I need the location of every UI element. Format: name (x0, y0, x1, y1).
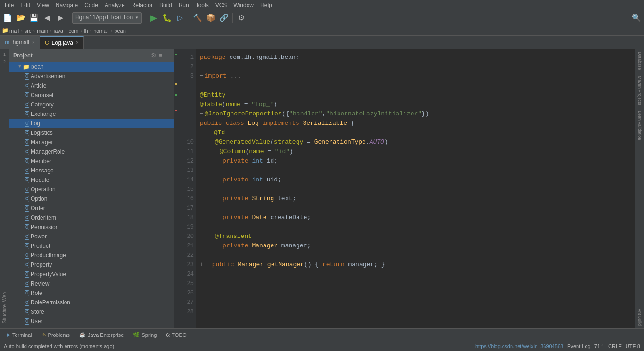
open-button[interactable]: 📂 (15, 12, 26, 24)
tree-module[interactable]: C Module (9, 175, 174, 185)
coverage-button[interactable]: ▷ (174, 12, 186, 24)
build-button[interactable]: 🔨 (192, 12, 203, 24)
maven-panel-label[interactable]: Maven Projects (636, 75, 643, 106)
sidebar-item-favorites[interactable]: 2 (2, 58, 7, 65)
menu-help[interactable]: Help (257, 1, 275, 9)
breadcrumb-lh[interactable]: lh (84, 28, 88, 33)
code-line-27 (200, 251, 631, 260)
tab-logjava-close[interactable]: × (76, 40, 79, 45)
breadcrumb-hgmall[interactable]: hgmall (93, 28, 108, 33)
database-panel-label[interactable]: Database (636, 51, 643, 71)
tree-bean-folder[interactable]: ▼ 📁 bean (9, 62, 174, 72)
menu-run[interactable]: Run (176, 1, 192, 9)
tab-todo[interactable]: 6: TODO (161, 331, 191, 339)
menu-file[interactable]: File (2, 1, 17, 9)
tab-java-enterprise[interactable]: ☕ Java Enterprise (74, 331, 128, 339)
main-content: 1 2 Web Structure Project ⚙ ≡ — ▼ 📁 bean (0, 49, 644, 328)
menu-code[interactable]: Code (82, 1, 101, 9)
debug-button[interactable]: 🐛 (161, 12, 173, 24)
sdk-button[interactable]: 📦 (205, 12, 216, 24)
gradle-button[interactable]: 🔗 (218, 12, 230, 24)
orderitem-label: OrderItem (31, 214, 56, 221)
new-file-button[interactable]: 📄 (2, 12, 13, 24)
back-button[interactable]: ◀ (41, 12, 53, 24)
tab-hgmall-label: hgmall (13, 39, 29, 46)
menu-navigate[interactable]: Navigate (53, 1, 81, 9)
breadcrumb-mall[interactable]: 📁mall (2, 27, 19, 33)
category-class-icon: C (25, 102, 29, 108)
sidebar-item-web[interactable]: Web (1, 291, 8, 302)
menu-view[interactable]: View (34, 1, 52, 9)
bottom-tabs: ▶ Terminal ⚠ Problems ☕ Java Enterprise … (0, 328, 644, 341)
tree-property[interactable]: C Property (9, 260, 174, 269)
tree-article[interactable]: C Article (9, 81, 174, 90)
run-button[interactable]: ▶ (148, 12, 159, 24)
project-sort-icon[interactable]: ≡ (158, 52, 162, 59)
carousel-class-icon: C (25, 92, 29, 98)
sidebar-item-project[interactable]: 1 (2, 51, 7, 57)
tree-category[interactable]: C Category (9, 100, 174, 109)
tree-carousel[interactable]: C Carousel (9, 90, 174, 100)
menu-edit[interactable]: Edit (17, 1, 33, 9)
save-button[interactable]: 💾 (28, 12, 40, 24)
status-link[interactable]: https://blog.csdn.net/weixin_36904568 (475, 343, 563, 349)
ant-build-panel-label[interactable]: Ant Build (636, 308, 643, 327)
tree-order[interactable]: C Order (9, 204, 174, 213)
bean-validation-panel-label[interactable]: Bean Validation (636, 110, 643, 141)
settings-button[interactable]: ⚙ (236, 12, 247, 24)
power-label: Power (31, 233, 47, 240)
tab-hgmall-close[interactable]: × (32, 40, 35, 45)
tab-hgmall[interactable]: m hgmall × (0, 36, 40, 49)
menu-refactor[interactable]: Refactor (129, 1, 156, 9)
breadcrumb-bean[interactable]: bean (114, 28, 125, 33)
app-selector[interactable]: HgmallApplication ▾ (72, 12, 142, 24)
tree-review[interactable]: C Review (9, 279, 174, 288)
tree-store[interactable]: C Store (9, 307, 174, 317)
tab-problems[interactable]: ⚠ Problems (37, 331, 74, 339)
forward-button[interactable]: ▶ (55, 12, 66, 24)
tab-spring[interactable]: 🌿 Spring (128, 331, 161, 339)
tree-option[interactable]: C Option (9, 194, 174, 204)
sidebar-item-structure[interactable]: Structure (1, 303, 8, 325)
breadcrumb-main[interactable]: main (37, 28, 48, 33)
code-line-28: + public Manager getManager() { return m… (200, 260, 631, 269)
search-everywhere-button[interactable]: 🔍 (631, 12, 642, 24)
breadcrumb-src[interactable]: src (25, 28, 32, 33)
project-collapse-icon[interactable]: — (164, 52, 170, 59)
tree-member[interactable]: C Member (9, 156, 174, 166)
tree-orderitem[interactable]: C OrderItem (9, 213, 174, 222)
tree-manager[interactable]: C Manager (9, 138, 174, 147)
permission-label: Permission (31, 224, 58, 230)
tree-rolepermission[interactable]: C RolePermission (9, 298, 174, 307)
tree-log[interactable]: C Log (9, 119, 174, 128)
breadcrumb-java[interactable]: java (54, 28, 63, 33)
code-content[interactable]: package com.lh.hgmall.bean; −import ... … (196, 49, 635, 328)
user-label: User (31, 318, 42, 325)
tree-role[interactable]: C Role (9, 288, 174, 298)
tree-logistics[interactable]: C Logistics (9, 128, 174, 138)
menu-window[interactable]: Window (231, 1, 256, 9)
logistics-class-icon: C (25, 130, 29, 136)
tree-managerrole[interactable]: C ManagerRole (9, 147, 174, 156)
tree-message[interactable]: C Message (9, 166, 174, 175)
menu-vcs[interactable]: VCS (213, 1, 230, 9)
code-area: 1 2 3 10 11 12 13 14 15 16 17 18 19 (174, 49, 644, 328)
tree-user[interactable]: C User (9, 317, 174, 326)
menu-build[interactable]: Build (157, 1, 175, 9)
menu-analyze[interactable]: Analyze (102, 1, 128, 9)
breadcrumb: 📁mall › src › main › java › com › lh › h… (0, 25, 644, 36)
tree-propertyvalue[interactable]: C PropertyValue (9, 269, 174, 279)
tree-operation[interactable]: C Operation (9, 185, 174, 194)
tree-productimage[interactable]: C ProductImage (9, 251, 174, 260)
project-settings-icon[interactable]: ⚙ (151, 52, 157, 59)
tree-exchange[interactable]: C Exchange (9, 109, 174, 119)
tab-terminal[interactable]: ▶ Terminal (2, 331, 37, 339)
code-line-22 (200, 204, 631, 213)
menu-tools[interactable]: Tools (193, 1, 212, 9)
breadcrumb-com[interactable]: com (69, 28, 79, 33)
tab-logjava[interactable]: C Log.java × (40, 36, 84, 49)
tree-advertisement[interactable]: C Advertisement (9, 72, 174, 81)
tree-power[interactable]: C Power (9, 232, 174, 241)
tree-product[interactable]: C Product (9, 241, 174, 251)
tree-permission[interactable]: C Permission (9, 222, 174, 232)
